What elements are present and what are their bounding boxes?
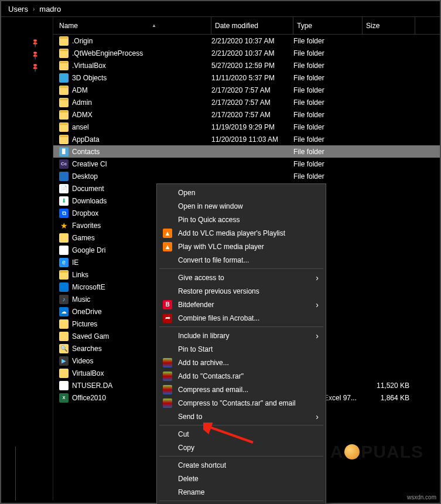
file-name: Document — [72, 185, 104, 193]
ctx-bitdefender[interactable]: B Bitdefender — [158, 298, 324, 311]
vbox-icon — [59, 369, 69, 378]
ctx-create-shortcut[interactable]: Create shortcut — [158, 458, 324, 472]
col-header-date[interactable]: Date modified — [211, 17, 293, 34]
file-type: File folder — [293, 98, 363, 107]
file-date: 5/27/2020 12:59 PM — [211, 62, 293, 70]
file-name: Google Dri — [72, 246, 105, 254]
pin-icon: 📌 — [30, 38, 40, 47]
games-icon — [59, 233, 69, 243]
breadcrumb[interactable]: Users › madro — [1, 1, 440, 16]
winrar-icon — [163, 385, 172, 394]
table-row[interactable]: .Origin2/21/2020 10:37 AMFile folder — [53, 35, 440, 47]
winrar-icon — [163, 372, 172, 381]
file-type: File folder — [293, 123, 363, 131]
file-type: File folder — [293, 160, 363, 168]
ctx-copy[interactable]: Copy — [158, 441, 324, 454]
file-date: 11/11/2020 5:37 PM — [211, 74, 293, 82]
file-name: Favorites — [72, 222, 101, 230]
table-row[interactable]: .VirtualBox5/27/2020 12:59 PMFile folder — [53, 59, 440, 71]
ctx-vlc-play[interactable]: ▲ Play with VLC media player — [158, 240, 324, 253]
file-name: .QtWebEngineProcess — [72, 49, 143, 57]
file-name: IE — [72, 258, 78, 267]
bitdefender-icon: B — [163, 300, 172, 309]
star-icon: ★ — [59, 221, 69, 230]
sort-indicator-icon: ▲ — [152, 23, 156, 28]
file-name: .VirtualBox — [72, 62, 106, 70]
file-type: File folder — [293, 172, 363, 181]
ctx-pin-start[interactable]: Pin to Start — [158, 342, 324, 356]
file-list-panel: Name ▲ Date modified Type Size .Origin2/… — [53, 17, 440, 500]
file-name: Contacts — [72, 148, 100, 156]
ctx-give-access[interactable]: Give access to — [158, 271, 324, 284]
nav-tree[interactable]: 📌 📌 📌 — [1, 17, 53, 500]
separator — [159, 500, 323, 501]
folder-icon — [59, 86, 69, 95]
file-date: 2/21/2020 10:37 AM — [211, 37, 293, 45]
desktop-icon — [59, 172, 69, 181]
table-row[interactable]: CcCreative ClFile folder — [53, 158, 440, 170]
vlc-icon: ▲ — [163, 229, 172, 238]
folder-icon — [59, 135, 69, 144]
ctx-include-library[interactable]: Include in library — [158, 329, 324, 342]
file-name: Links — [72, 271, 88, 279]
ctx-open-new-window[interactable]: Open in new window — [158, 199, 324, 213]
file-name: Dropbox — [72, 209, 98, 217]
table-row[interactable]: .QtWebEngineProcess2/21/2020 10:37 AMFil… — [53, 47, 440, 59]
file-name: ADM — [72, 86, 88, 94]
ctx-compress-rar-email[interactable]: Compress to "Contacts.rar" and email — [158, 396, 324, 410]
wsxdn-watermark: wsxdn.com — [407, 494, 436, 500]
ctx-restore-versions[interactable]: Restore previous versions — [158, 284, 324, 298]
ctx-cut[interactable]: Cut — [158, 427, 324, 441]
table-row[interactable]: ADM2/17/2020 7:57 AMFile folder — [53, 84, 440, 96]
ctx-add-contacts-rar[interactable]: Add to "Contacts.rar" — [158, 369, 324, 383]
file-date: 2/17/2020 7:57 AM — [211, 86, 293, 94]
music-icon: ♪ — [59, 295, 69, 304]
table-row[interactable]: Admin2/17/2020 7:57 AMFile folder — [53, 96, 440, 108]
ctx-add-archive[interactable]: Add to archive... — [158, 356, 324, 369]
saved-icon — [59, 332, 69, 341]
pics-icon — [59, 319, 69, 329]
file-type: File folder — [293, 111, 363, 119]
cc-icon: Cc — [59, 159, 69, 169]
breadcrumb-seg-madro[interactable]: madro — [39, 5, 61, 13]
col-header-name[interactable]: Name ▲ — [59, 17, 211, 34]
file-type: File folder — [293, 135, 363, 144]
table-row[interactable]: ▉ContactsFile folder — [53, 145, 440, 158]
file-size: 1,864 KB — [363, 394, 415, 402]
folder-icon — [59, 49, 69, 58]
file-name: MicrosoftE — [72, 283, 105, 291]
ctx-pin-quick-access[interactable]: Pin to Quick access — [158, 213, 324, 226]
ctx-convert-format[interactable]: Convert to file format... — [158, 253, 324, 267]
video-icon: ▶ — [59, 356, 69, 366]
ie-icon: e — [59, 258, 69, 267]
file-name: AppData — [72, 135, 100, 144]
blue3d-icon — [59, 73, 69, 83]
ctx-combine-acrobat[interactable]: ➦ Combine files in Acrobat... — [158, 311, 324, 325]
file-name: Pictures — [72, 320, 97, 328]
col-header-type[interactable]: Type — [293, 17, 363, 34]
file-name: Videos — [72, 357, 93, 365]
col-header-size[interactable]: Size — [363, 17, 415, 34]
xls-icon: X — [59, 393, 69, 403]
ctx-delete[interactable]: Delete — [158, 472, 324, 485]
ctx-compress-email[interactable]: Compress and email... — [158, 383, 324, 396]
winrar-icon — [163, 358, 172, 367]
tree-line — [15, 447, 16, 500]
doc-icon: 📄 — [59, 184, 69, 193]
ctx-vlc-add-playlist[interactable]: ▲ Add to VLC media player's Playlist — [158, 226, 324, 240]
table-row[interactable]: 3D Objects11/11/2020 5:37 PMFile folder — [53, 71, 440, 84]
ctx-open[interactable]: Open — [158, 186, 324, 199]
down-icon: ⬇ — [59, 196, 69, 206]
file-name: Saved Gam — [72, 332, 109, 340]
ctx-send-to[interactable]: Send to — [158, 410, 324, 423]
file-date: 2/21/2020 10:37 AM — [211, 49, 293, 57]
table-row[interactable]: ADMX2/17/2020 7:57 AMFile folder — [53, 108, 440, 121]
breadcrumb-seg-users[interactable]: Users — [8, 5, 28, 13]
table-row[interactable]: AppData11/20/2019 11:03 AMFile folder — [53, 133, 440, 145]
table-row[interactable]: ansel11/19/2019 9:29 PMFile folder — [53, 121, 440, 133]
appuals-watermark: APUALS — [330, 442, 423, 462]
table-row[interactable]: DesktopFile folder — [53, 170, 440, 182]
ctx-rename[interactable]: Rename — [158, 485, 324, 499]
column-headers: Name ▲ Date modified Type Size — [53, 17, 440, 35]
file-name: ansel — [72, 123, 89, 131]
